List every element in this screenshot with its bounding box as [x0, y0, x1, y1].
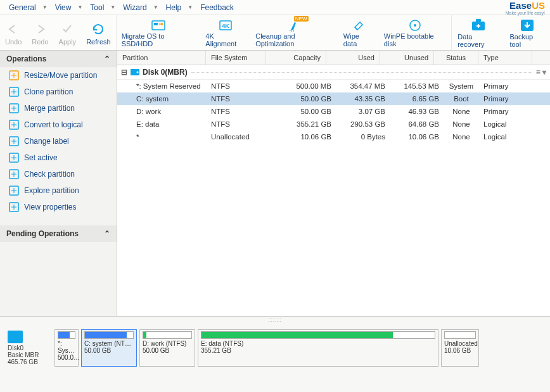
- op-label: Check partition: [24, 170, 75, 179]
- op-icon: [9, 153, 19, 163]
- menu-wizard[interactable]: Wizard▼: [119, 3, 162, 12]
- op-label: Change label: [24, 137, 69, 146]
- new-badge: NEW: [294, 16, 309, 22]
- svg-text:4K: 4K: [222, 23, 229, 29]
- op-label: Convert to logical: [24, 120, 83, 129]
- winpe-button[interactable]: WinPE bootable disk: [379, 15, 451, 50]
- disk-menu-icon[interactable]: ≡ ▾: [536, 68, 546, 77]
- partition-list: Partition File System Capacity Used Unus…: [117, 51, 550, 316]
- menu-feedback[interactable]: Feedback: [196, 3, 238, 12]
- disk-name: Disk 0(MBR): [143, 68, 188, 77]
- op-label: Set active: [24, 153, 58, 162]
- operation-item[interactable]: Resize/Move partition: [0, 67, 117, 84]
- disk-icon: [130, 68, 140, 77]
- collapse-icon: ⌃: [104, 54, 110, 63]
- resize-grip[interactable]: ::::::: [0, 317, 550, 324]
- partition-block[interactable]: E: data (NTFS)355.21 GB: [198, 329, 438, 367]
- op-label: View properties: [24, 203, 77, 212]
- chevron-down-icon: ▼: [77, 4, 82, 10]
- col-partition[interactable]: Partition: [117, 51, 206, 65]
- col-status[interactable]: Status: [434, 51, 478, 65]
- partition-block[interactable]: C: system (NT…50.00 GB: [81, 329, 137, 367]
- partition-row[interactable]: C: systemNTFS50.00 GB43.35 GB6.65 GBBoot…: [117, 92, 550, 105]
- operation-item[interactable]: Merge partition: [0, 100, 117, 117]
- toolbar: Undo Redo Apply Refresh Migrate OS to SS…: [0, 15, 550, 51]
- col-capacity[interactable]: Capacity: [266, 51, 326, 65]
- svg-point-5: [414, 24, 416, 27]
- svg-point-19: [137, 72, 139, 73]
- op-icon: [9, 202, 19, 212]
- operation-item[interactable]: Check partition: [0, 166, 117, 182]
- partition-block[interactable]: Unallocated10.06 GB: [441, 329, 479, 367]
- chevron-down-icon: ▼: [188, 4, 193, 10]
- menu-help[interactable]: Help▼: [162, 3, 197, 12]
- disk-map-info[interactable]: Disk0 Basic MBR 465.76 GB: [6, 329, 51, 367]
- op-icon: [9, 103, 19, 113]
- backup-tool-button[interactable]: Backup tool: [504, 15, 550, 50]
- operation-item[interactable]: Explore partition: [0, 182, 117, 199]
- partition-block[interactable]: *: Sys…500.0…: [54, 329, 79, 367]
- operation-item[interactable]: View properties: [0, 199, 117, 215]
- 4k-alignment-button[interactable]: 4K4K Alignment: [200, 15, 250, 50]
- chevron-down-icon: ▼: [110, 4, 115, 10]
- operation-item[interactable]: Set active: [0, 149, 117, 166]
- operations-header[interactable]: Operations ⌃: [0, 51, 117, 67]
- op-label: Explore partition: [24, 186, 79, 195]
- op-icon: [9, 87, 19, 97]
- menubar: General▼ View▼ Tool▼ Wizard▼ Help▼ Feedb…: [0, 0, 550, 15]
- partition-row[interactable]: *: System ReservedNTFS500.00 MB354.47 MB…: [117, 80, 550, 92]
- cleanup-button[interactable]: NEWCleanup and Optimization: [250, 15, 338, 50]
- chevron-down-icon: ▼: [153, 4, 158, 10]
- redo-button[interactable]: Redo: [27, 15, 53, 50]
- data-recovery-button[interactable]: Data recovery: [452, 15, 504, 50]
- op-icon: [9, 186, 19, 196]
- op-icon: [9, 169, 19, 179]
- logo: EaseUS Make your life easy!: [506, 0, 545, 15]
- svg-rect-1: [154, 23, 158, 25]
- op-label: Merge partition: [24, 104, 75, 113]
- col-unused[interactable]: Unused: [380, 51, 434, 65]
- collapse-icon: ⌃: [104, 229, 110, 238]
- svg-rect-7: [476, 19, 481, 22]
- table-header: Partition File System Capacity Used Unus…: [117, 51, 550, 65]
- refresh-button[interactable]: Refresh: [81, 15, 116, 50]
- undo-button[interactable]: Undo: [0, 15, 27, 50]
- disk-map-panel: :::::: Disk0 Basic MBR 465.76 GB *: Sys……: [0, 316, 550, 392]
- operation-item[interactable]: Convert to logical: [0, 117, 117, 133]
- op-label: Resize/Move partition: [24, 71, 97, 80]
- col-filesystem[interactable]: File System: [206, 51, 266, 65]
- menu-general[interactable]: General▼: [5, 3, 51, 12]
- migrate-os-button[interactable]: Migrate OS to SSD/HDD: [117, 15, 201, 50]
- col-used[interactable]: Used: [326, 51, 380, 65]
- disk-icon: [8, 331, 23, 343]
- partition-row[interactable]: *Unallocated10.06 GB0 Bytes10.06 GBNoneL…: [117, 130, 550, 143]
- op-icon: [9, 120, 19, 130]
- menu-view[interactable]: View▼: [51, 3, 87, 12]
- partition-row[interactable]: D: workNTFS50.00 GB3.07 GB46.93 GBNonePr…: [117, 105, 550, 118]
- disk-header[interactable]: ⊟ Disk 0(MBR) ≡ ▾: [117, 65, 550, 80]
- partition-block[interactable]: D: work (NTFS)50.00 GB: [139, 329, 195, 367]
- pending-operations-header[interactable]: Pending Operations ⌃: [0, 225, 117, 242]
- op-icon: [9, 70, 19, 80]
- menu-tool[interactable]: Tool▼: [86, 3, 119, 12]
- wipe-data-button[interactable]: Wipe data: [338, 15, 379, 50]
- sidebar: Operations ⌃ Resize/Move partitionClone …: [0, 51, 117, 316]
- partition-row[interactable]: E: dataNTFS355.21 GB290.53 GB64.68 GBNon…: [117, 118, 550, 130]
- op-icon: [9, 136, 19, 146]
- operation-item[interactable]: Clone partition: [0, 84, 117, 100]
- col-type[interactable]: Type: [478, 51, 532, 65]
- apply-button[interactable]: Apply: [54, 15, 82, 50]
- chevron-down-icon: ▼: [42, 4, 48, 10]
- op-label: Clone partition: [24, 87, 73, 96]
- collapse-toggle[interactable]: ⊟: [121, 68, 127, 77]
- operation-item[interactable]: Change label: [0, 133, 117, 149]
